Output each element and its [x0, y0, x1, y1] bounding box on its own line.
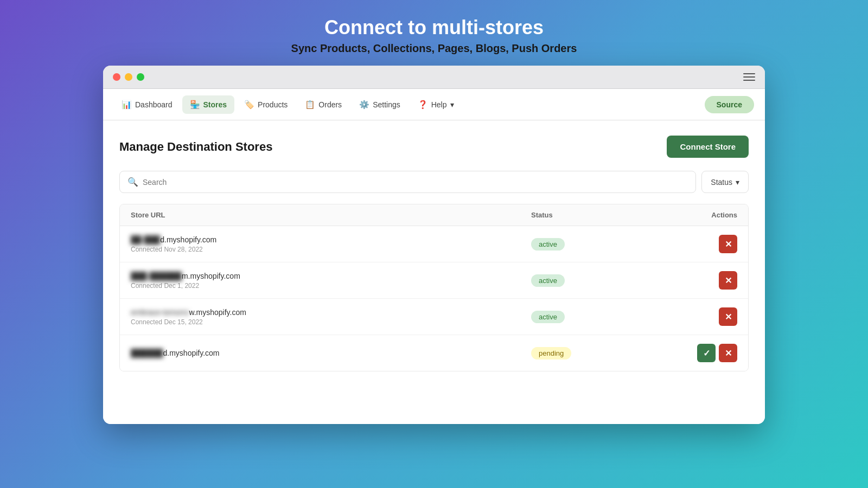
nav-right: Source — [705, 96, 754, 113]
nav-dashboard-label: Dashboard — [135, 100, 173, 109]
minimize-button[interactable] — [125, 73, 132, 81]
nav-items: 📊 Dashboard 🏪 Stores 🏷️ Products 📋 Order… — [114, 95, 705, 114]
store-connected-date: Connected Nov 28, 2022 — [131, 246, 531, 253]
menu-line-3 — [743, 80, 755, 81]
help-icon: ❓ — [418, 100, 428, 110]
delete-button[interactable]: ✕ — [719, 235, 737, 253]
store-url-blurred: ██-███ — [131, 235, 160, 244]
content-header: Manage Destination Stores Connect Store — [119, 136, 749, 158]
search-icon: 🔍 — [127, 177, 138, 187]
status-badge: pending — [531, 347, 571, 359]
store-url-blurred: embrace-tomorro — [131, 308, 189, 317]
table-row: embrace-tomorrow.myshopify.com Connected… — [120, 299, 748, 335]
orders-icon: 📋 — [305, 100, 315, 110]
page-subtitle: Sync Products, Collections, Pages, Blogs… — [291, 42, 577, 55]
main-content: Manage Destination Stores Connect Store … — [103, 120, 765, 424]
store-url-cell: ██-███d.myshopify.com Connected Nov 28, … — [131, 235, 531, 253]
store-url-blurred: ██████ — [131, 349, 163, 357]
nav-settings[interactable]: ⚙️ Settings — [352, 95, 408, 114]
store-url-visible: d.myshopify.com — [160, 235, 216, 244]
page-header: Connect to multi-stores Sync Products, C… — [291, 16, 577, 55]
status-badge: active — [531, 238, 565, 251]
search-box: 🔍 — [119, 171, 696, 193]
confirm-button[interactable]: ✓ — [697, 344, 716, 362]
status-cell: active — [531, 274, 650, 287]
nav-stores-label: Stores — [203, 100, 227, 109]
delete-button[interactable]: ✕ — [719, 344, 737, 362]
nav-help[interactable]: ❓ Help ▾ — [410, 95, 462, 114]
page-title: Connect to multi-stores — [291, 16, 577, 39]
menu-line-1 — [743, 73, 755, 74]
store-url-cell: embrace-tomorrow.myshopify.com Connected… — [131, 308, 531, 326]
status-cell: active — [531, 238, 650, 251]
connect-store-button[interactable]: Connect Store — [667, 136, 749, 158]
chevron-down-icon: ▾ — [450, 100, 454, 109]
actions-cell: ✕ — [650, 271, 737, 290]
table-header: Store URL Status Actions — [120, 204, 748, 226]
window-titlebar — [103, 66, 765, 89]
status-cell: pending — [531, 347, 650, 359]
menu-line-2 — [743, 76, 755, 78]
nav-orders[interactable]: 📋 Orders — [297, 95, 349, 114]
app-window: 📊 Dashboard 🏪 Stores 🏷️ Products 📋 Order… — [103, 66, 765, 424]
store-url-blurred: ███-██████ — [131, 272, 182, 280]
nav-orders-label: Orders — [318, 100, 342, 109]
nav-products[interactable]: 🏷️ Products — [237, 95, 295, 114]
actions-cell: ✕ — [650, 307, 737, 326]
navbar: 📊 Dashboard 🏪 Stores 🏷️ Products 📋 Order… — [103, 89, 765, 120]
stores-icon: 🏪 — [190, 100, 200, 110]
delete-button[interactable]: ✕ — [719, 307, 737, 326]
actions-cell: ✓ ✕ — [650, 344, 737, 362]
actions-cell: ✕ — [650, 235, 737, 253]
store-url: ██████d.myshopify.com — [131, 349, 531, 357]
status-badge: active — [531, 311, 565, 323]
settings-icon: ⚙️ — [359, 100, 369, 110]
products-icon: 🏷️ — [244, 100, 254, 110]
col-store-url: Store URL — [131, 211, 531, 219]
nav-dashboard[interactable]: 📊 Dashboard — [114, 95, 180, 114]
content-title: Manage Destination Stores — [119, 140, 272, 154]
store-url: ███-██████m.myshopify.com — [131, 272, 531, 280]
search-input[interactable] — [143, 178, 688, 187]
delete-button[interactable]: ✕ — [719, 271, 737, 290]
nav-stores[interactable]: 🏪 Stores — [182, 95, 235, 114]
table-row: ███-██████m.myshopify.com Connected Dec … — [120, 262, 748, 299]
maximize-button[interactable] — [137, 73, 144, 81]
close-button[interactable] — [113, 73, 120, 81]
hamburger-menu-icon[interactable] — [743, 73, 755, 81]
nav-settings-label: Settings — [373, 100, 400, 109]
dashboard-icon: 📊 — [122, 100, 132, 110]
status-cell: active — [531, 311, 650, 323]
status-filter-chevron-icon: ▾ — [736, 178, 739, 187]
table-row: ██-███d.myshopify.com Connected Nov 28, … — [120, 226, 748, 262]
col-actions: Actions — [650, 211, 737, 219]
store-url: embrace-tomorrow.myshopify.com — [131, 308, 531, 317]
table-row: ██████d.myshopify.com pending ✓ ✕ — [120, 335, 748, 371]
col-status: Status — [531, 211, 650, 219]
search-filter-row: 🔍 Status ▾ — [119, 171, 749, 193]
window-controls — [113, 73, 144, 81]
nav-help-label: Help — [431, 100, 447, 109]
nav-products-label: Products — [258, 100, 288, 109]
store-connected-date: Connected Dec 1, 2022 — [131, 282, 531, 290]
status-badge: active — [531, 274, 565, 287]
store-url-visible: d.myshopify.com — [163, 349, 220, 357]
store-url-cell: ███-██████m.myshopify.com Connected Dec … — [131, 272, 531, 290]
store-url-cell: ██████d.myshopify.com — [131, 349, 531, 357]
store-url-visible: w.myshopify.com — [189, 308, 246, 317]
status-filter-label: Status — [711, 178, 732, 187]
stores-table: Store URL Status Actions ██-███d.myshopi… — [119, 204, 749, 371]
store-connected-date: Connected Dec 15, 2022 — [131, 318, 531, 326]
store-url-visible: m.myshopify.com — [182, 272, 240, 280]
store-url: ██-███d.myshopify.com — [131, 235, 531, 244]
source-button[interactable]: Source — [705, 96, 754, 113]
status-filter-button[interactable]: Status ▾ — [701, 171, 749, 193]
